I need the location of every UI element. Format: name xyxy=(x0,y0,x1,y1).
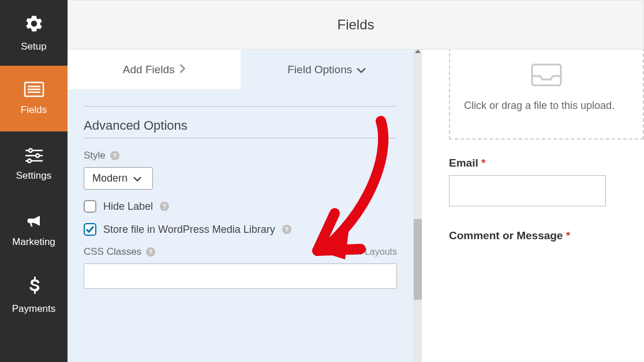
form-preview: File Upload Click or drag a file to this… xyxy=(422,0,644,362)
css-classes-row: CSS Classes ? Show Layouts xyxy=(84,246,397,258)
sidebar-item-payments[interactable]: Payments xyxy=(0,263,68,329)
email-label-text: Email xyxy=(449,157,478,169)
required-star-icon: * xyxy=(478,157,486,169)
chevron-down-icon xyxy=(357,63,366,76)
store-file-row: Store file in WordPress Media Library ? xyxy=(84,223,397,236)
css-label-wrap: CSS Classes ? xyxy=(84,246,155,258)
form-fields-icon xyxy=(24,81,44,100)
inbox-icon xyxy=(531,62,562,90)
style-label: Style xyxy=(84,150,106,161)
panel-header: Fields xyxy=(68,0,644,50)
help-icon[interactable]: ? xyxy=(110,151,119,160)
section-title: Advanced Options xyxy=(84,118,397,133)
comment-label-text: Comment or Message xyxy=(449,229,563,242)
divider xyxy=(84,138,397,138)
svg-point-5 xyxy=(29,149,32,152)
gear-icon xyxy=(24,13,44,36)
chevron-down-icon xyxy=(133,172,141,184)
tab-add-fields[interactable]: Add Fields xyxy=(68,50,241,90)
style-label-row: Style ? xyxy=(84,150,397,161)
store-file-checkbox[interactable] xyxy=(84,223,96,236)
hide-label-row: Hide Label ? xyxy=(84,200,397,213)
sidebar-item-settings[interactable]: Settings xyxy=(0,131,68,197)
megaphone-icon xyxy=(24,212,44,232)
advanced-options-section: Advanced Options Style ? Modern Hide Lab… xyxy=(68,90,413,362)
svg-point-9 xyxy=(28,159,31,163)
css-classes-label: CSS Classes xyxy=(84,246,141,258)
file-upload-dropzone[interactable]: Click or drag a file to this upload. xyxy=(449,36,644,139)
email-input[interactable] xyxy=(449,175,606,206)
svg-point-7 xyxy=(36,154,39,157)
grid-icon xyxy=(327,247,335,257)
comment-label: Comment or Message * xyxy=(449,229,644,242)
hide-label-checkbox[interactable] xyxy=(84,200,96,213)
sidebar-item-setup[interactable]: Setup xyxy=(0,0,68,66)
svg-rect-11 xyxy=(332,247,335,250)
main-area: Fields Add Fields Field Options Advanced… xyxy=(68,0,644,362)
store-file-text: Store file in WordPress Media Library xyxy=(103,224,275,236)
style-select[interactable]: Modern xyxy=(84,167,153,190)
sliders-icon xyxy=(24,147,44,165)
divider xyxy=(84,106,397,107)
sidebar-label-marketing: Marketing xyxy=(12,236,55,248)
show-layouts-label: Show Layouts xyxy=(339,247,397,257)
required-star-icon: * xyxy=(563,229,570,242)
help-icon[interactable]: ? xyxy=(282,225,291,234)
tab-field-options[interactable]: Field Options xyxy=(241,50,414,90)
show-layouts-button[interactable]: Show Layouts xyxy=(327,247,397,257)
help-icon[interactable]: ? xyxy=(146,247,155,257)
style-value: Modern xyxy=(92,172,128,184)
chevron-right-icon xyxy=(179,63,185,76)
svg-rect-10 xyxy=(327,247,331,250)
field-options-panel: Fields Add Fields Field Options Advanced… xyxy=(68,0,422,362)
hide-label-text: Hide Label xyxy=(103,201,153,213)
svg-rect-13 xyxy=(332,251,335,255)
tab-field-options-label: Field Options xyxy=(287,63,352,76)
email-label: Email * xyxy=(449,157,644,169)
svg-rect-12 xyxy=(327,251,331,255)
sidebar-item-marketing[interactable]: Marketing xyxy=(0,197,68,263)
help-icon[interactable]: ? xyxy=(160,202,169,211)
sidebar-label-setup: Setup xyxy=(21,41,46,52)
upload-hint: Click or drag a file to this upload. xyxy=(464,98,629,114)
scrollbar-thumb[interactable] xyxy=(414,219,422,300)
sidebar-label-settings: Settings xyxy=(16,170,51,182)
sidebar-label-payments: Payments xyxy=(12,303,56,315)
scroll-up-arrow[interactable] xyxy=(414,50,422,53)
dollar-icon xyxy=(28,277,40,299)
sidebar-label-fields: Fields xyxy=(21,104,47,116)
css-classes-input[interactable] xyxy=(84,263,397,289)
sidebar-item-fields[interactable]: Fields xyxy=(0,66,68,131)
page-title: Fields xyxy=(337,17,374,33)
sidebar: Setup Fields Settings Marketing Payments xyxy=(0,0,68,362)
panel-tabs: Add Fields Field Options xyxy=(68,50,413,90)
tab-add-fields-label: Add Fields xyxy=(123,63,175,76)
